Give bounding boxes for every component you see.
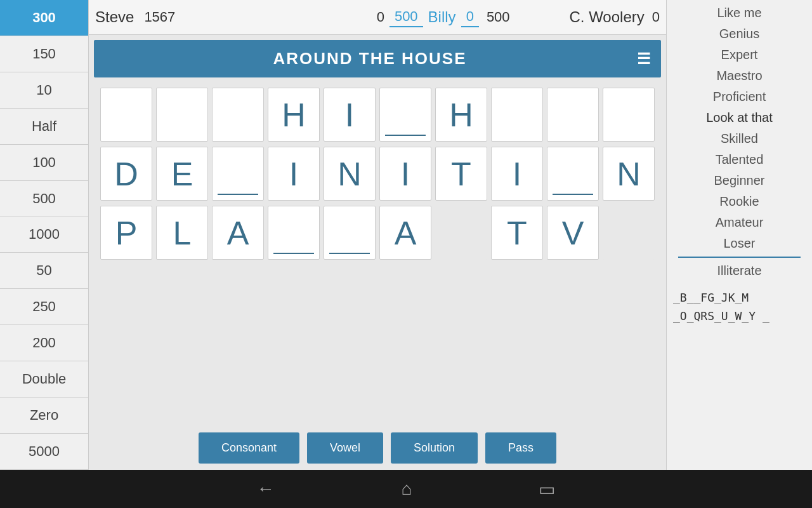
puzzle-row-3: P L A A T V bbox=[94, 206, 661, 260]
pass-button[interactable]: Pass bbox=[485, 432, 556, 464]
score-10[interactable]: 10 bbox=[0, 72, 88, 109]
player-billy-bet: 500 bbox=[390, 7, 423, 27]
game-container: 300 150 10 Half 100 500 1000 50 250 200 … bbox=[0, 0, 812, 470]
score-150[interactable]: 150 bbox=[0, 36, 88, 72]
cell-3-5 bbox=[324, 206, 376, 260]
cell-1-5: I bbox=[324, 88, 376, 142]
cell-2-3 bbox=[212, 147, 264, 201]
cell-1-6 bbox=[379, 88, 431, 142]
player-steve-section: Steve 1567 bbox=[95, 8, 311, 26]
player-steve-name: Steve bbox=[95, 8, 134, 26]
cell-1-10 bbox=[603, 88, 655, 142]
score-50[interactable]: 50 bbox=[0, 253, 88, 289]
board-area: Steve 1567 0 500 Billy 0 500 C. Woolery … bbox=[89, 0, 666, 470]
score-double[interactable]: Double bbox=[0, 361, 88, 398]
player-billy-section: 0 500 Billy 0 500 bbox=[311, 7, 570, 27]
vowel-button[interactable]: Vowel bbox=[307, 432, 383, 464]
cell-2-4: I bbox=[268, 147, 320, 201]
cell-2-6: I bbox=[379, 147, 431, 201]
cell-1-2 bbox=[156, 88, 208, 142]
skill-divider bbox=[678, 257, 801, 258]
score-5000[interactable]: 5000 bbox=[0, 434, 88, 470]
skill-illiterate[interactable]: Illiterate bbox=[673, 260, 806, 281]
player-billy-score-left: 0 bbox=[377, 9, 384, 25]
puzzle-row-1: H I H bbox=[94, 88, 661, 142]
cell-3-9: V bbox=[547, 206, 599, 260]
available-letters: _B__FG_JK_M _O_QRS_U_W_Y _ bbox=[667, 281, 812, 333]
skill-expert[interactable]: Expert bbox=[673, 44, 806, 65]
score-500[interactable]: 500 bbox=[0, 181, 88, 217]
solution-button[interactable]: Solution bbox=[391, 432, 478, 464]
menu-icon[interactable]: ☰ bbox=[637, 50, 652, 68]
score-100[interactable]: 100 bbox=[0, 145, 88, 181]
category-title: AROUND THE HOUSE bbox=[103, 49, 637, 69]
player-steve-score: 1567 bbox=[144, 9, 175, 25]
cell-1-1 bbox=[100, 88, 152, 142]
puzzle-board: H I H D E I N I T I N bbox=[89, 83, 666, 426]
skill-sidebar: Like me Genius Expert Maestro Proficient… bbox=[666, 0, 812, 470]
consonant-button[interactable]: Consonant bbox=[199, 432, 299, 464]
category-banner: AROUND THE HOUSE ☰ bbox=[94, 40, 661, 77]
cell-1-3 bbox=[212, 88, 264, 142]
cell-1-9 bbox=[547, 88, 599, 142]
cell-3-8: T bbox=[491, 206, 543, 260]
skill-loser[interactable]: Loser bbox=[673, 233, 806, 254]
host-score: 0 bbox=[652, 9, 660, 25]
cell-3-10 bbox=[603, 206, 655, 260]
action-buttons: Consonant Vowel Solution Pass bbox=[89, 426, 666, 470]
skill-rookie[interactable]: Rookie bbox=[673, 191, 806, 212]
cell-2-7: T bbox=[435, 147, 487, 201]
score-200[interactable]: 200 bbox=[0, 325, 88, 361]
cell-2-8: I bbox=[491, 147, 543, 201]
cell-3-4 bbox=[268, 206, 320, 260]
skill-list: Like me Genius Expert Maestro Proficient… bbox=[667, 3, 812, 281]
home-button[interactable] bbox=[402, 479, 412, 499]
cell-3-2: L bbox=[156, 206, 208, 260]
cell-3-3: A bbox=[212, 206, 264, 260]
cell-2-1: D bbox=[100, 147, 152, 201]
score-300[interactable]: 300 bbox=[0, 0, 88, 36]
cell-1-8 bbox=[491, 88, 543, 142]
cell-3-6: A bbox=[379, 206, 431, 260]
skill-maestro[interactable]: Maestro bbox=[673, 65, 806, 86]
skill-proficient[interactable]: Proficient bbox=[673, 86, 806, 107]
cell-1-4: H bbox=[268, 88, 320, 142]
skill-talented[interactable]: Talented bbox=[673, 149, 806, 170]
cell-2-2: E bbox=[156, 147, 208, 201]
player-billy-bet2: 0 bbox=[461, 7, 479, 27]
player-billy-score-right: 500 bbox=[487, 9, 510, 25]
skill-beginner[interactable]: Beginner bbox=[673, 170, 806, 191]
skill-genius[interactable]: Genius bbox=[673, 23, 806, 44]
score-250[interactable]: 250 bbox=[0, 289, 88, 325]
score-half[interactable]: Half bbox=[0, 109, 88, 145]
score-sidebar: 300 150 10 Half 100 500 1000 50 250 200 … bbox=[0, 0, 89, 470]
recent-button[interactable] bbox=[539, 479, 555, 500]
cell-3-1: P bbox=[100, 206, 152, 260]
back-button[interactable] bbox=[257, 479, 275, 499]
score-1000[interactable]: 1000 bbox=[0, 217, 88, 253]
score-zero[interactable]: Zero bbox=[0, 398, 88, 434]
header-row: Steve 1567 0 500 Billy 0 500 C. Woolery … bbox=[89, 0, 666, 35]
puzzle-row-2: D E I N I T I N bbox=[94, 147, 661, 201]
cell-1-7: H bbox=[435, 88, 487, 142]
cell-2-5: N bbox=[324, 147, 376, 201]
skill-like-me[interactable]: Like me bbox=[673, 3, 806, 23]
cell-2-9 bbox=[547, 147, 599, 201]
skill-skilled[interactable]: Skilled bbox=[673, 128, 806, 149]
host-section: C. Woolery 0 bbox=[569, 8, 660, 26]
host-name: C. Woolery bbox=[569, 8, 644, 26]
player-billy-name: Billy bbox=[428, 8, 456, 26]
cell-2-10: N bbox=[603, 147, 655, 201]
skill-look-at-that[interactable]: Look at that bbox=[673, 107, 806, 128]
nav-bar bbox=[0, 470, 812, 508]
skill-amateur[interactable]: Amateur bbox=[673, 212, 806, 233]
cell-3-7 bbox=[435, 206, 487, 260]
